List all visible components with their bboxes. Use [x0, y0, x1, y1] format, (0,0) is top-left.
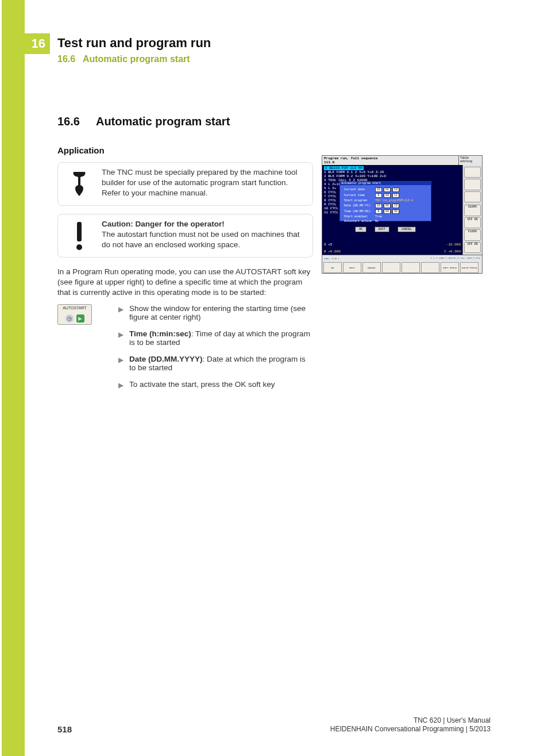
header-title: Test run and program run: [57, 36, 211, 51]
callout-machine-text: The TNC must be specially prepared by th…: [102, 167, 308, 201]
content-column: 16.6 Automatic program start Application…: [57, 115, 313, 397]
header-subsection-number: 16.6: [57, 54, 75, 64]
tnc-program-name: 113.H: [324, 160, 334, 164]
section-heading: 16.6 Automatic program start: [57, 115, 313, 128]
application-heading: Application: [57, 145, 313, 155]
tnc-mode-title: Program run, full sequence: [324, 156, 378, 160]
header-subsection-title: Automatic program start: [83, 54, 190, 64]
dro-x-label: X: [324, 243, 326, 247]
popup-value[interactable]: 00: [392, 209, 399, 214]
softkey-ok[interactable]: OK: [323, 262, 342, 273]
popup-program-path: TNC:\nc_prog\PGM\113.H: [374, 199, 414, 202]
callout-machine: The TNC must be specially prepared by th…: [57, 162, 313, 206]
step-text: To activate the start, press the OK soft…: [129, 380, 275, 389]
softkey-empty[interactable]: [421, 262, 439, 273]
popup-edit-button[interactable]: EDIT: [375, 227, 389, 232]
popup-value: No: [374, 220, 414, 223]
arrow-icon: ▶: [118, 305, 124, 321]
tnc-sidebar: S100% OFF ON F100% OFF ON: [462, 165, 482, 255]
list-item: ▶ To activate the start, press the OK so…: [118, 380, 313, 389]
softkey-edit[interactable]: EDIT: [343, 262, 361, 273]
section-title: Automatic program start: [96, 115, 230, 128]
popup-value[interactable]: 08: [384, 209, 391, 214]
popup-title: Automatic program start: [340, 182, 431, 185]
page-number: 518: [57, 724, 72, 734]
svg-point-1: [76, 244, 82, 250]
popup-value[interactable]: 8: [375, 209, 382, 214]
steps-block: AUTOSTART ◷ ▶ ▶ Show the window for ente…: [57, 304, 313, 397]
section-number: 16.6: [57, 115, 80, 128]
sidebar-btn[interactable]: [464, 167, 481, 178]
popup-value[interactable]: 08: [384, 193, 391, 198]
arrow-icon: ▶: [118, 381, 124, 389]
softkey-empty[interactable]: [402, 262, 420, 273]
dro-c-value: +0.000: [448, 250, 461, 254]
tnc-editor: 0 BEGIN PGM 113 MM 1 BLK FORM 0.1 Z X+0 …: [322, 165, 462, 255]
popup-label: Date (DD.MM.YY):: [343, 204, 373, 208]
status-left: NOML. ⊙ ⊕ T: [324, 257, 339, 260]
tnc-titlebar: Program run, full sequence 113.H Table e…: [322, 156, 482, 165]
dro-b-value: +0.000: [328, 250, 341, 254]
popup-label: Start enabled:: [343, 215, 373, 218]
svg-rect-0: [77, 222, 82, 241]
sidebar-off-on[interactable]: OFF ON: [464, 242, 481, 253]
popup-label: Time (HH:MM:SS):: [343, 209, 373, 214]
side-stripe: [2, 0, 25, 756]
popup-value[interactable]: 18: [375, 187, 382, 192]
popup-value[interactable]: 18: [375, 204, 382, 208]
popup-value[interactable]: 11: [392, 193, 399, 198]
popup-label: Current date: [343, 187, 373, 192]
sidebar-btn[interactable]: [464, 179, 481, 190]
sidebar-off-on[interactable]: OFF ON: [464, 217, 481, 228]
sidebar-btn[interactable]: [464, 191, 481, 202]
arrow-icon: ▶: [118, 331, 124, 347]
header: Test run and program run 16.6 Automatic …: [57, 36, 211, 64]
tnc-code-line: 2 BLK FORM 0.2 X+100 Y+100 Z+0: [324, 174, 461, 178]
header-subsection: 16.6 Automatic program start: [57, 54, 211, 64]
step-bold: Date (DD.MM.YYYY): [129, 355, 203, 363]
popup-ok-button[interactable]: OK: [355, 227, 366, 232]
tnc-softkey-bar: NOML. ⊙ ⊕ T S 2 S 2000 S Bearb./s OVr 10…: [322, 255, 482, 274]
popup-value[interactable]: 8: [375, 193, 382, 198]
play-icon: ▶: [76, 314, 84, 323]
popup-value[interactable]: 13: [392, 204, 399, 208]
status-right: S 2 S 2000 S Bearb./s OVr 100% M 5/9: [431, 257, 480, 259]
softkey-empty[interactable]: [382, 262, 400, 273]
footer-product: TNC 620 | User's Manual: [330, 716, 491, 726]
dro-x-value: +5: [328, 243, 332, 247]
popup-cancel-button[interactable]: CANCEL: [398, 227, 416, 232]
sidebar-f100-panel[interactable]: F100%: [464, 229, 481, 240]
arrow-icon: ▶: [118, 356, 124, 372]
softkey-cancel[interactable]: CANCEL: [362, 262, 381, 273]
softkey-paste-field[interactable]: PASTE FIELD: [460, 262, 478, 273]
chapter-badge: 16: [25, 33, 50, 54]
popup-label: Start program:: [343, 199, 373, 202]
dro-b-label: B: [324, 250, 326, 254]
tnc-side-title: Table editing: [459, 156, 482, 165]
dro-z-value: -10.000: [446, 243, 461, 247]
autostart-softkey-icon: AUTOSTART ◷ ▶: [57, 304, 93, 397]
step-bold: Time (h:min:sec): [129, 329, 191, 338]
intro-paragraph: In a Program Run operating mode, you can…: [57, 267, 313, 298]
popup-value[interactable]: 06: [384, 187, 391, 192]
sidebar-s100-panel[interactable]: S100%: [464, 205, 481, 216]
popup-label: Autostart active: [343, 220, 373, 223]
callout-danger: Caution: Danger for the operator! The au…: [57, 214, 313, 258]
popup-value[interactable]: 06: [384, 204, 391, 208]
list-item: ▶ Time (h:min:sec): Time of day at which…: [118, 329, 313, 347]
popup-value: True: [374, 215, 414, 218]
tnc-dro-row1: X +5 -10.000: [324, 243, 461, 247]
tnc-code-line: 1 BLK FORM 0.1 Z X+0 Y+0 Z-20: [324, 170, 461, 174]
list-item: ▶ Show the window for entering the start…: [118, 304, 313, 321]
popup-value[interactable]: 13: [392, 187, 399, 192]
tnc-screenshot: Program run, full sequence 113.H Table e…: [322, 155, 483, 274]
autostart-softkey-label: AUTOSTART: [63, 306, 87, 310]
autostart-popup: Automatic program start Current date 18 …: [339, 181, 431, 221]
softkey-copy-field[interactable]: COPY FIELD: [441, 262, 459, 273]
tnc-dro-row2: B +0.000 C +0.000: [324, 250, 461, 254]
list-item: ▶ Date (DD.MM.YYYY): Date at which the p…: [118, 355, 313, 372]
dro-c-label: C: [444, 250, 446, 254]
warning-icon: [63, 219, 96, 252]
footer: 518 TNC 620 | User's Manual HEIDENHAIN C…: [57, 716, 491, 734]
steps-list: ▶ Show the window for entering the start…: [118, 304, 313, 397]
